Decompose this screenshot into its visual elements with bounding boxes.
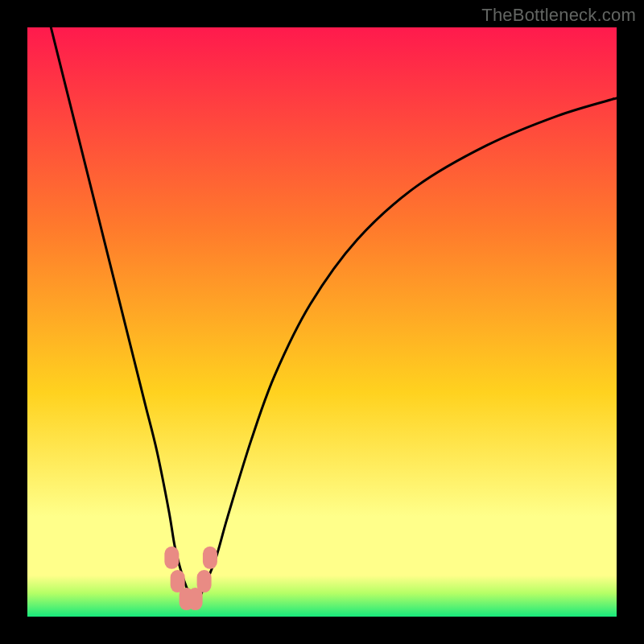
- curve-marker: [203, 547, 217, 569]
- curve-marker: [164, 547, 179, 569]
- plot-area: [27, 27, 617, 617]
- chart-stage: TheBottleneck.com: [0, 0, 644, 644]
- attribution-text: TheBottleneck.com: [481, 5, 636, 26]
- bottleneck-curve: [51, 27, 617, 601]
- curve-layer: [27, 27, 617, 617]
- curve-marker: [197, 570, 212, 592]
- curve-markers: [164, 547, 217, 610]
